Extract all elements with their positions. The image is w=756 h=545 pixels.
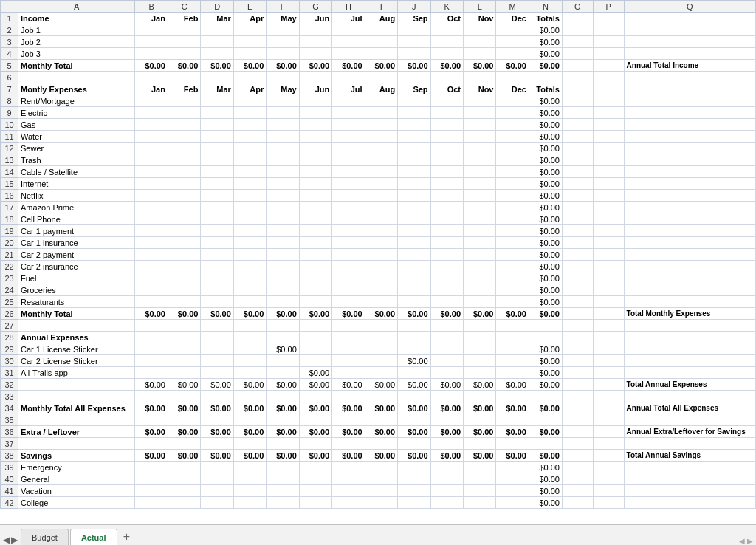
cell-C[interactable] xyxy=(168,213,200,225)
cell-B[interactable] xyxy=(135,438,168,450)
cell-K[interactable] xyxy=(430,225,463,237)
cell-F[interactable] xyxy=(267,225,299,237)
cell-M[interactable] xyxy=(496,485,529,497)
cell-H[interactable] xyxy=(332,95,365,107)
cell-L[interactable]: Nov xyxy=(464,83,496,95)
cell-A[interactable]: Fuel xyxy=(18,272,135,284)
cell-E[interactable] xyxy=(233,154,266,166)
cell-B[interactable] xyxy=(135,154,168,166)
cell-F[interactable] xyxy=(267,438,299,450)
cell-K[interactable] xyxy=(430,296,463,308)
cell-P[interactable] xyxy=(593,308,624,320)
cell-F[interactable] xyxy=(267,72,299,83)
cell-J[interactable]: Sep xyxy=(398,83,430,95)
cell-O[interactable] xyxy=(562,107,593,119)
cell-E[interactable] xyxy=(233,95,266,107)
cell-P[interactable] xyxy=(593,107,624,119)
cell-D[interactable] xyxy=(201,48,233,60)
cell-B[interactable] xyxy=(135,95,168,107)
cell-N[interactable]: $0.00 xyxy=(529,367,562,379)
cell-J[interactable] xyxy=(398,131,430,143)
cell-K[interactable] xyxy=(430,131,463,143)
cell-L[interactable] xyxy=(464,95,496,107)
cell-D[interactable] xyxy=(201,24,233,36)
cell-P[interactable] xyxy=(593,143,624,154)
cell-C[interactable]: $0.00 xyxy=(168,379,200,391)
cell-J[interactable] xyxy=(398,296,430,308)
cell-L[interactable] xyxy=(464,438,496,450)
cell-I[interactable]: Aug xyxy=(365,83,397,95)
cell-H[interactable]: Jul xyxy=(332,13,365,24)
cell-J[interactable]: $0.00 xyxy=(398,355,430,367)
cell-J[interactable]: $0.00 xyxy=(398,379,430,391)
cell-P[interactable] xyxy=(593,213,624,225)
cell-N[interactable] xyxy=(529,391,562,402)
cell-I[interactable]: $0.00 xyxy=(365,308,397,320)
cell-N[interactable]: $0.00 xyxy=(529,107,562,119)
cell-F[interactable] xyxy=(267,296,299,308)
cell-D[interactable] xyxy=(201,497,233,509)
cell-O[interactable] xyxy=(562,438,593,450)
cell-I[interactable] xyxy=(365,272,397,284)
cell-C[interactable] xyxy=(168,225,200,237)
cell-F[interactable] xyxy=(267,485,299,497)
cell-M[interactable] xyxy=(496,284,529,296)
cell-D[interactable] xyxy=(201,261,233,272)
cell-B[interactable] xyxy=(135,414,168,426)
cell-O[interactable] xyxy=(562,284,593,296)
cell-O[interactable] xyxy=(562,402,593,414)
cell-I[interactable] xyxy=(365,438,397,450)
cell-A[interactable] xyxy=(18,414,135,426)
cell-A[interactable] xyxy=(18,391,135,402)
cell-G[interactable] xyxy=(299,237,331,249)
cell-H[interactable] xyxy=(332,36,365,48)
cell-H[interactable] xyxy=(332,237,365,249)
cell-E[interactable] xyxy=(233,367,266,379)
cell-P[interactable] xyxy=(593,379,624,391)
cell-J[interactable] xyxy=(398,213,430,225)
cell-D[interactable] xyxy=(201,462,233,473)
cell-K[interactable] xyxy=(430,272,463,284)
cell-F[interactable] xyxy=(267,391,299,402)
cell-G[interactable] xyxy=(299,154,331,166)
cell-N[interactable] xyxy=(529,414,562,426)
cell-H[interactable] xyxy=(332,202,365,213)
cell-A[interactable] xyxy=(18,438,135,450)
cell-K[interactable] xyxy=(430,36,463,48)
cell-C[interactable] xyxy=(168,154,200,166)
cell-M[interactable]: Dec xyxy=(496,83,529,95)
cell-P[interactable] xyxy=(593,48,624,60)
cell-F[interactable] xyxy=(267,367,299,379)
cell-G[interactable] xyxy=(299,213,331,225)
cell-G[interactable] xyxy=(299,72,331,83)
cell-C[interactable] xyxy=(168,166,200,178)
cell-P[interactable] xyxy=(593,438,624,450)
cell-I[interactable] xyxy=(365,261,397,272)
cell-H[interactable]: $0.00 xyxy=(332,308,365,320)
col-header-K[interactable]: K xyxy=(430,1,463,13)
tab-next-icon[interactable]: ▶ xyxy=(11,535,18,545)
cell-L[interactable] xyxy=(464,154,496,166)
cell-E[interactable] xyxy=(233,48,266,60)
cell-F[interactable] xyxy=(267,190,299,202)
cell-L[interactable] xyxy=(464,72,496,83)
table-wrapper[interactable]: A B C D E F G H I J K L M N O xyxy=(0,0,756,524)
cell-A[interactable]: Cable / Satellite xyxy=(18,166,135,178)
cell-G[interactable]: Jun xyxy=(299,13,331,24)
cell-G[interactable] xyxy=(299,36,331,48)
cell-M[interactable] xyxy=(496,154,529,166)
cell-B[interactable] xyxy=(135,355,168,367)
cell-A[interactable]: Vacation xyxy=(18,485,135,497)
cell-L[interactable] xyxy=(464,391,496,402)
cell-B[interactable]: $0.00 xyxy=(135,426,168,438)
cell-K[interactable]: $0.00 xyxy=(430,426,463,438)
cell-J[interactable] xyxy=(398,72,430,83)
cell-O[interactable] xyxy=(562,131,593,143)
cell-C[interactable] xyxy=(168,355,200,367)
cell-F[interactable]: May xyxy=(267,83,299,95)
tab-actual[interactable]: Actual xyxy=(70,529,117,545)
cell-G[interactable]: Jun xyxy=(299,83,331,95)
cell-K[interactable] xyxy=(430,473,463,485)
col-header-O[interactable]: O xyxy=(562,1,593,13)
cell-B[interactable]: $0.00 xyxy=(135,379,168,391)
